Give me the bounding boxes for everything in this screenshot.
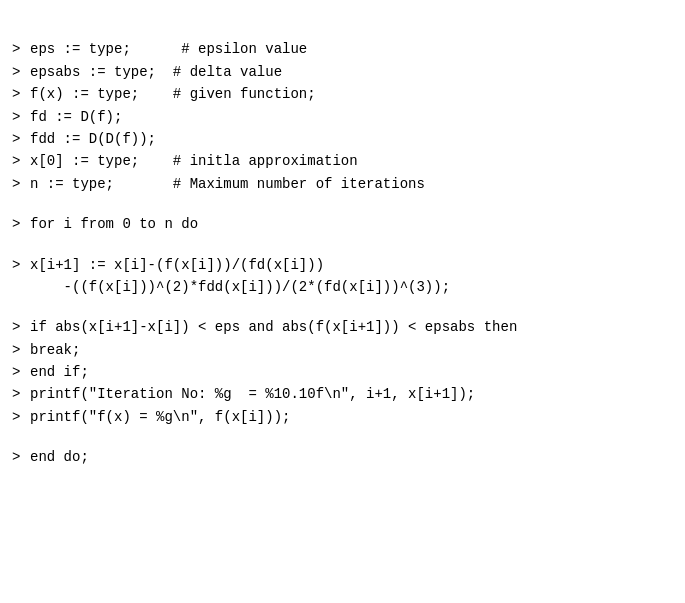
code-content: x[i+1] := x[i]-(f(x[i]))/(fd(x[i])) [30,254,673,276]
prompt-symbol: > [12,128,26,150]
code-content: if abs(x[i+1]-x[i]) < eps and abs(f(x[i+… [30,316,673,338]
code-content: n := type; # Maximum number of iteration… [30,173,673,195]
prompt-symbol: > [12,106,26,128]
code-content: end do; [30,446,673,468]
prompt-symbol: > [12,254,26,276]
code-line: >fdd := D(D(f)); [12,128,673,150]
empty-line [12,298,673,316]
prompt-symbol: > [12,316,26,338]
prompt-symbol: > [12,61,26,83]
code-content: x[0] := type; # initla approximation [30,150,673,172]
empty-line [12,236,673,254]
code-line: >eps := type; # epsilon value [12,38,673,60]
empty-line [12,428,673,446]
code-content: fd := D(f); [30,106,673,128]
code-content: end if; [30,361,673,383]
code-line: >fd := D(f); [12,106,673,128]
prompt-symbol: > [12,38,26,60]
code-line: >for i from 0 to n do [12,213,673,235]
code-line: >printf("f(x) = %g\n", f(x[i])); [12,406,673,428]
code-content: f(x) := type; # given function; [30,83,673,105]
code-content: eps := type; # epsilon value [30,38,673,60]
prompt-symbol: > [12,83,26,105]
prompt-symbol: > [12,361,26,383]
code-line: -((f(x[i]))^(2)*fdd(x[i]))/(2*(fd(x[i]))… [12,276,673,298]
prompt-symbol: > [12,446,26,468]
code-content: -((f(x[i]))^(2)*fdd(x[i]))/(2*(fd(x[i]))… [30,276,673,298]
code-line: >end if; [12,361,673,383]
code-line: >f(x) := type; # given function; [12,83,673,105]
code-line: >n := type; # Maximum number of iteratio… [12,173,673,195]
code-block: >eps := type; # epsilon value>epsabs := … [12,16,673,469]
prompt-symbol: > [12,213,26,235]
empty-line [12,195,673,213]
code-line: >if abs(x[i+1]-x[i]) < eps and abs(f(x[i… [12,316,673,338]
code-line: >epsabs := type; # delta value [12,61,673,83]
code-line: >x[i+1] := x[i]-(f(x[i]))/(fd(x[i])) [12,254,673,276]
prompt-symbol: > [12,339,26,361]
code-line: >break; [12,339,673,361]
prompt-symbol: > [12,383,26,405]
prompt-symbol: > [12,406,26,428]
code-content: printf("Iteration No: %g = %10.10f\n", i… [30,383,673,405]
code-content: fdd := D(D(f)); [30,128,673,150]
code-line: >printf("Iteration No: %g = %10.10f\n", … [12,383,673,405]
code-content: break; [30,339,673,361]
code-content: printf("f(x) = %g\n", f(x[i])); [30,406,673,428]
code-content: for i from 0 to n do [30,213,673,235]
code-content: epsabs := type; # delta value [30,61,673,83]
code-line: >x[0] := type; # initla approximation [12,150,673,172]
prompt-symbol: > [12,173,26,195]
prompt-symbol: > [12,150,26,172]
code-line: >end do; [12,446,673,468]
